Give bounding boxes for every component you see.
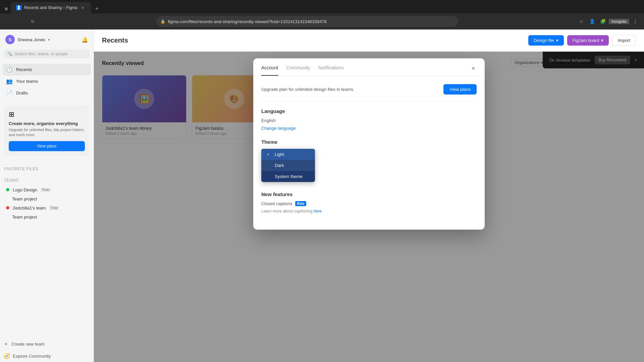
active-tab[interactable]: Recents and Sharing – Figma ✕ xyxy=(11,2,91,13)
sidebar-item-drafts[interactable]: 📄 Drafts xyxy=(3,87,91,99)
address-bar[interactable]: 🔒 figma.com/files/recents-and-sharing/re… xyxy=(156,16,458,27)
theme-option-dark[interactable]: Dark xyxy=(261,160,315,171)
lock-icon: 🔒 xyxy=(160,19,165,24)
browser-tabs: ⊞ Recents and Sharing – Figma ✕ + xyxy=(0,0,644,13)
theme-option-system[interactable]: System theme xyxy=(261,171,315,182)
tab-title: Recents and Sharing – Figma xyxy=(24,5,77,10)
tab-community[interactable]: Community xyxy=(286,65,310,76)
list-item[interactable]: Team project xyxy=(3,194,91,203)
sidebar-item-label: Drafts xyxy=(16,90,28,96)
bell-icon[interactable]: 🔔 xyxy=(82,37,88,43)
user-info[interactable]: S Sheena Jones ▾ xyxy=(5,35,50,44)
menu-btn[interactable]: ⋮ xyxy=(631,17,640,26)
search-bar[interactable]: 🔍 Search files, teams, or people xyxy=(4,50,90,58)
figjam-board-btn[interactable]: FigJam board ▾ xyxy=(567,35,609,46)
theme-option-label: Dark xyxy=(275,163,284,168)
sidebar: S Sheena Jones ▾ 🔔 🔍 Search files, teams… xyxy=(0,29,94,362)
list-item[interactable]: Team project xyxy=(3,213,91,222)
team-sub-name: Team project xyxy=(12,215,37,220)
feature-row: Closed captions Beta xyxy=(261,201,477,206)
profile-btn[interactable]: 👤 xyxy=(587,17,597,26)
main-body: Recently viewed Organizations ▾ All file… xyxy=(94,52,644,362)
sidebar-footer: ＋ Create new team 🧭 Explore Community xyxy=(0,338,94,362)
toolbar-actions: ☆ 👤 🧩 Incognito ⋮ xyxy=(577,17,640,26)
reload-btn[interactable]: ↻ xyxy=(28,17,38,26)
modal-overlay[interactable]: Account Community Notifications × Upgrad… xyxy=(94,52,644,362)
tab-notifications[interactable]: Notifications xyxy=(318,65,343,76)
extensions-btn[interactable]: 🧩 xyxy=(598,17,607,26)
upgrade-section: Upgrade plan for unlimited design files … xyxy=(261,84,477,102)
language-title: Language xyxy=(261,108,477,114)
sidebar-item-label: Your teams xyxy=(16,79,38,84)
plus-icon: ＋ xyxy=(3,341,9,348)
list-item[interactable]: 2edcb8a1's team Free xyxy=(3,203,91,213)
sidebar-view-plans-btn[interactable]: View plans xyxy=(9,141,85,151)
teams-section: Teams xyxy=(0,173,94,184)
import-btn[interactable]: Import xyxy=(612,35,636,46)
explore-label: Explore Community xyxy=(13,354,51,359)
incognito-badge: Incognito xyxy=(609,19,629,24)
list-item[interactable]: Logo Design Free xyxy=(3,185,91,194)
language-value: English xyxy=(261,118,477,123)
modal-body: Upgrade plan for unlimited design files … xyxy=(253,76,485,230)
chevron-icon: ▾ xyxy=(601,38,603,43)
explore-community-btn[interactable]: 🧭 Explore Community xyxy=(0,350,94,362)
upgrade-icon: ⊞ xyxy=(9,110,85,118)
chevron-icon: ▾ xyxy=(556,38,558,43)
feature-label: Closed captions Beta xyxy=(261,201,306,206)
team-name: 2edcb8a1's team xyxy=(13,205,46,210)
team-badge: Free xyxy=(41,188,51,192)
language-section: Language English Change language xyxy=(261,108,477,131)
teams-list: Logo Design Free Team project 2edcb8a1's… xyxy=(0,184,94,223)
feature-description: Learn more about captioning here xyxy=(261,209,477,214)
back-btn[interactable]: ← xyxy=(4,17,13,26)
theme-section: Theme ✓ Light Dark xyxy=(261,139,477,183)
new-tab-btn[interactable]: + xyxy=(92,4,102,13)
chevron-down-icon: ▾ xyxy=(48,38,50,42)
upgrade-description: Upgrade for unlimited files, tidy projec… xyxy=(9,127,85,138)
captioning-link[interactable]: here xyxy=(314,209,322,214)
theme-option-light[interactable]: ✓ Light xyxy=(261,149,315,160)
main-content: Recents Design file ▾ FigJam board ▾ Imp… xyxy=(94,29,644,362)
user-name: Sheena Jones xyxy=(17,37,45,42)
sidebar-item-your-teams[interactable]: 👥 Your teams xyxy=(3,75,91,87)
upgrade-title: Create more, organize everything xyxy=(9,121,85,126)
design-file-btn[interactable]: Design file ▾ xyxy=(528,35,564,46)
sidebar-nav: 🕐 Recents 👥 Your teams 📄 Drafts xyxy=(0,62,94,100)
search-icon: 🔍 xyxy=(7,52,12,56)
clock-icon: 🕐 xyxy=(6,66,13,73)
url-text: figma.com/files/recents-and-sharing/rece… xyxy=(168,19,454,24)
new-features-title: New features xyxy=(261,191,477,197)
compass-icon: 🧭 xyxy=(3,353,10,359)
check-icon: ✓ xyxy=(267,152,271,157)
new-features-section: New features Closed captions Beta Learn … xyxy=(261,191,477,214)
settings-modal: Account Community Notifications × Upgrad… xyxy=(253,58,485,230)
sidebar-header: S Sheena Jones ▾ 🔔 xyxy=(0,29,94,50)
create-new-team-btn[interactable]: ＋ Create new team xyxy=(0,338,94,350)
tab-account[interactable]: Account xyxy=(261,65,278,76)
sidebar-item-recents[interactable]: 🕐 Recents xyxy=(3,64,91,75)
upgrade-box: ⊞ Create more, organize everything Upgra… xyxy=(4,106,90,156)
change-language-link[interactable]: Change language xyxy=(261,126,296,131)
team-badge: Free xyxy=(49,206,60,210)
tab-switcher-btn[interactable]: ⊞ xyxy=(3,4,9,13)
theme-option-label: Light xyxy=(275,152,284,157)
modal-close-btn[interactable]: × xyxy=(469,64,478,73)
team-dot-icon xyxy=(6,206,9,209)
tab-favicon xyxy=(16,5,21,10)
browser-toolbar: ← → ↻ 🔒 figma.com/files/recents-and-shar… xyxy=(0,13,644,29)
forward-btn[interactable]: → xyxy=(16,17,25,26)
tab-close-btn[interactable]: ✕ xyxy=(80,5,86,10)
team-name: Logo Design xyxy=(13,187,37,192)
sidebar-item-label: Recents xyxy=(16,67,32,72)
search-placeholder: Search files, teams, or people xyxy=(14,52,68,56)
avatar: S xyxy=(5,35,15,44)
bookmark-btn[interactable]: ☆ xyxy=(577,17,586,26)
theme-dropdown: ✓ Light Dark System th xyxy=(261,149,315,182)
header-actions: Design file ▾ FigJam board ▾ Import xyxy=(528,35,636,46)
app: S Sheena Jones ▾ 🔔 🔍 Search files, teams… xyxy=(0,29,644,362)
closed-captions-label: Closed captions xyxy=(261,201,292,206)
modal-header: Account Community Notifications × xyxy=(253,58,485,76)
page-title: Recents xyxy=(102,37,128,44)
view-plans-btn[interactable]: View plans xyxy=(443,84,477,95)
